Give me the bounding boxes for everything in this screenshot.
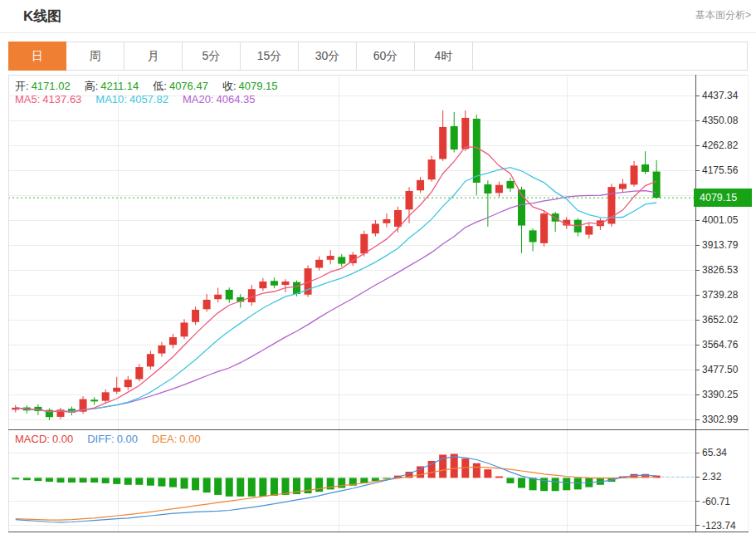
legend-ma20-label: MA20: [183, 93, 214, 105]
legend-dea: DEA:0.00 [152, 433, 203, 445]
macd-histogram-bar [473, 463, 480, 478]
candle-body [315, 260, 323, 268]
legend-low-label: 低: [153, 80, 167, 92]
macd-histogram-bar [181, 478, 188, 488]
candle-body [619, 184, 627, 189]
candle-body [169, 337, 177, 345]
candle-body [653, 172, 661, 198]
macd-histogram-bar [113, 478, 120, 483]
legend-ma5-label: MA5: [15, 93, 40, 105]
macd-axis-label: -60.71 [702, 496, 730, 507]
main-axis-label: 3913.79 [702, 239, 739, 251]
candle-body [631, 165, 638, 184]
candle-body [281, 282, 289, 285]
legend-macd-value: 0.00 [52, 433, 73, 445]
macd-histogram-bar [529, 478, 537, 490]
macd-histogram-bar [574, 478, 582, 489]
legend-diff-label: DIFF: [87, 433, 115, 445]
macd-legend: MACD:0.00DIFF:0.00DEA:0.00 [15, 433, 215, 445]
main-axis-label: 4175.56 [702, 164, 739, 176]
candle-body [641, 164, 649, 172]
legend-open-label: 开: [15, 80, 29, 92]
legend-macd-label: MACD: [15, 433, 50, 445]
macd-histogram-bar [226, 478, 233, 496]
macd-histogram-bar [518, 478, 525, 488]
candle-body [428, 159, 436, 179]
legend-high-value: 4211.14 [100, 80, 139, 92]
macd-histogram-bar [169, 478, 177, 487]
candle-body [540, 213, 548, 243]
candle-body [406, 191, 413, 209]
candle-body [451, 126, 458, 149]
macd-histogram-bar [46, 478, 53, 482]
candle-body [506, 181, 514, 189]
main-axis-label: 4437.34 [702, 90, 739, 101]
legend-diff: DIFF:0.00 [87, 433, 140, 445]
legend-ma5-value: 4137.63 [42, 93, 81, 105]
candle-body [585, 226, 593, 234]
main-axis-label: 4262.82 [702, 140, 739, 151]
main-axis-label: 3652.02 [702, 314, 739, 326]
dea-line [16, 467, 656, 520]
macd-histogram-bar [461, 458, 469, 478]
macd-axis-label: -123.74 [702, 520, 736, 532]
candle-body [372, 223, 379, 233]
candle-body [271, 281, 278, 286]
macd-histogram-bar [192, 478, 199, 490]
macd-histogram-bar [428, 461, 436, 478]
legend-ma10: MA10:4057.82 [95, 93, 171, 105]
candle-body [383, 219, 390, 223]
macd-histogram-bar [34, 478, 41, 481]
candle-body [461, 118, 469, 149]
main-axis-label: 3826.53 [702, 264, 739, 276]
candle-body [327, 256, 334, 260]
candle-body [394, 210, 402, 227]
macd-histogram-bar [80, 478, 87, 483]
legend-macd: MACD:0.00 [15, 433, 76, 445]
macd-histogram-bar [552, 478, 559, 491]
candle-body [158, 345, 165, 354]
macd-histogram-bar [237, 478, 244, 496]
macd-histogram-bar [203, 478, 211, 492]
legend-ma5: MA5:4137.63 [15, 93, 84, 105]
macd-histogram-bar [214, 478, 222, 494]
main-axis-label: 3477.50 [702, 364, 739, 375]
main-axis-label: 4001.05 [702, 214, 739, 226]
legend-open-value: 4171.02 [32, 80, 71, 92]
macd-histogram-bar [68, 478, 76, 483]
candle-body [124, 380, 132, 387]
legend-high-label: 高: [85, 80, 99, 92]
candle-body [417, 180, 424, 190]
macd-histogram-bar [102, 478, 110, 483]
macd-axis-label: 2.32 [702, 471, 722, 483]
legend-diff-value: 0.00 [117, 433, 138, 445]
candle-body [214, 295, 222, 300]
ma20-line [16, 191, 656, 412]
macd-histogram-bar [383, 478, 390, 478]
candle-body [495, 185, 503, 194]
macd-histogram-bar [23, 478, 31, 480]
candle-body [226, 290, 233, 300]
candle-body [90, 399, 98, 401]
candle-body [473, 119, 480, 183]
candle-body [102, 392, 110, 400]
legend-dea-value: 0.00 [179, 433, 200, 445]
candle-body [192, 310, 199, 322]
main-axis-label: 3739.28 [702, 289, 739, 301]
legend-ma10-value: 4057.82 [129, 93, 168, 105]
macd-histogram-bar [90, 478, 98, 483]
candle-body [135, 367, 143, 379]
current-price-badge: 4079.15 [694, 189, 752, 207]
ma10-line [16, 168, 656, 412]
macd-histogram-bar [12, 478, 19, 479]
legend-close-value: 4079.15 [239, 80, 278, 92]
macd-histogram-bar [271, 478, 278, 495]
macd-histogram-bar [281, 478, 289, 494]
legend-ma10-label: MA10: [95, 93, 127, 105]
candle-body [360, 234, 368, 253]
legend-high: 高:4211.14 [85, 80, 142, 92]
legend-close: 收:4079.15 [222, 80, 280, 92]
legend-close-label: 收: [222, 80, 237, 92]
diff-line [16, 457, 656, 522]
ma-legend: MA5:4137.63MA10:4057.82MA20:4064.35 [15, 93, 270, 105]
